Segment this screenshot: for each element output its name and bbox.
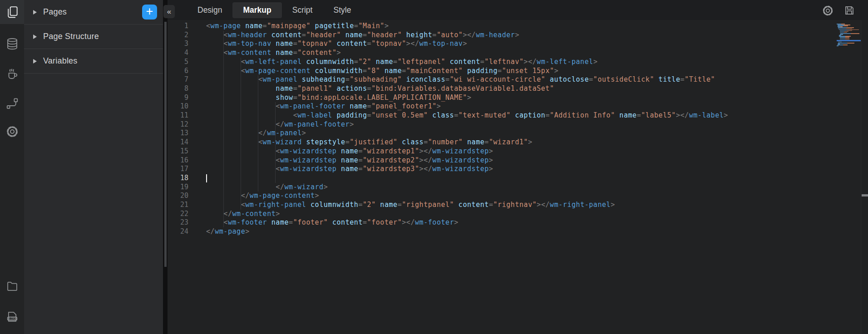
- line-number: 17: [180, 165, 188, 173]
- indent-guide: [258, 75, 258, 192]
- line-number: 12: [180, 120, 188, 128]
- ide-window: LOG Pages + Page Structure Variables « D…: [0, 0, 868, 334]
- gear-icon: [822, 5, 834, 17]
- line-number: 22: [180, 210, 188, 218]
- code-editor[interactable]: <wm-page name="mainpage" pagetitle="Main…: [206, 22, 728, 236]
- tab-style[interactable]: Style: [323, 2, 361, 18]
- line-number: 3: [184, 39, 188, 48]
- minimap[interactable]: [837, 24, 861, 71]
- rail-item-files[interactable]: [0, 274, 24, 298]
- log-badge-label: LOG: [9, 317, 15, 320]
- database-icon: [5, 37, 19, 51]
- section-label: Page Structure: [43, 32, 99, 41]
- line-number: 15: [180, 147, 188, 155]
- folder-icon: [6, 280, 19, 292]
- save-button[interactable]: [843, 4, 856, 17]
- line-number: 16: [180, 156, 188, 164]
- tab-design[interactable]: Design: [187, 2, 232, 18]
- line-number: 11: [180, 111, 188, 119]
- code-line[interactable]: <wm-wizard stepstyle="justified" class="…: [206, 138, 533, 146]
- line-number: 20: [180, 192, 188, 200]
- line-number: 8: [184, 84, 188, 93]
- text-cursor: [206, 174, 207, 182]
- pages-icon: [5, 5, 19, 19]
- rail-item-java-services[interactable]: [0, 62, 24, 86]
- log-file-icon: LOG: [6, 310, 19, 323]
- collapse-sidebar-button[interactable]: «: [163, 5, 175, 18]
- code-line[interactable]: <wm-page-content columnwidth="8" name="m…: [206, 67, 558, 75]
- line-number: 24: [180, 227, 188, 236]
- rail-item-database[interactable]: [0, 32, 24, 56]
- minimap-line: [838, 44, 848, 45]
- indent-guide: [223, 31, 224, 227]
- overview-ruler-border: [861, 20, 861, 334]
- section-label: Variables: [43, 56, 78, 66]
- sidebar-section-pages[interactable]: Pages +: [24, 0, 163, 25]
- line-number: 14: [180, 138, 188, 146]
- sidebar-section-page-structure[interactable]: Page Structure: [24, 25, 163, 49]
- code-line[interactable]: <wm-wizardstep name="wizardstep3"></wm-w…: [206, 165, 493, 173]
- code-line[interactable]: </wm-page>: [206, 227, 250, 236]
- code-line[interactable]: <wm-footer name="footer" content="footer…: [206, 218, 459, 226]
- chevron-right-icon: [33, 10, 37, 15]
- indent-guide: [275, 102, 276, 183]
- line-number: 5: [184, 58, 188, 66]
- code-line[interactable]: <wm-wizardstep name="wizardstep1"></wm-w…: [206, 147, 493, 155]
- rail-item-settings[interactable]: [0, 119, 24, 143]
- code-line[interactable]: <wm-panel subheading="subheading" iconcl…: [206, 75, 715, 84]
- flow-connector-icon: [5, 97, 19, 110]
- code-line[interactable]: <wm-page name="mainpage" pagetitle="Main…: [206, 22, 389, 30]
- rail-item-logs[interactable]: LOG: [0, 305, 24, 329]
- line-number: 19: [180, 183, 188, 191]
- tab-markup[interactable]: Markup: [232, 2, 281, 18]
- code-line[interactable]: <wm-content name="content">: [206, 49, 341, 57]
- indent-guide: [241, 58, 241, 210]
- coffee-cup-icon: [5, 67, 19, 81]
- line-number: 7: [184, 75, 188, 84]
- line-number: 18: [180, 174, 188, 182]
- sidebar: Pages + Page Structure Variables: [24, 0, 163, 334]
- tab-script[interactable]: Script: [282, 2, 323, 18]
- minimap-line: [837, 45, 838, 46]
- line-number: 6: [184, 67, 188, 75]
- code-line[interactable]: <wm-left-panel columnwidth="2" name="lef…: [206, 58, 597, 66]
- line-number: 13: [180, 129, 188, 137]
- line-number: 2: [184, 31, 188, 39]
- section-label: Pages: [43, 7, 67, 17]
- code-line[interactable]: </wm-wizard>: [206, 183, 328, 191]
- overview-ruler-cursor-marker: [862, 194, 868, 196]
- settings-button[interactable]: [821, 4, 834, 17]
- sidebar-section-variables[interactable]: Variables: [24, 49, 163, 74]
- scrollbar-thumb[interactable]: [164, 22, 167, 267]
- chevron-right-icon: [33, 59, 37, 64]
- code-line[interactable]: </wm-panel>: [206, 129, 306, 137]
- chevron-right-icon: [33, 34, 37, 39]
- code-line[interactable]: <wm-right-panel columnwidth="2" name="ri…: [206, 201, 615, 209]
- minimap-line: [838, 43, 854, 44]
- line-number: 21: [180, 201, 188, 209]
- code-line[interactable]: <wm-label padding="unset 0.5em" class="t…: [206, 111, 728, 119]
- editor-tabs: Design Markup Script Style: [187, 2, 361, 18]
- line-number: 4: [184, 49, 188, 57]
- line-number-gutter: 1 2 3 4 5 6 7 8 9 10 11 12 13 14 15 16 1…: [168, 22, 188, 236]
- line-number: 9: [184, 93, 188, 102]
- activity-bar: LOG: [0, 0, 24, 334]
- rail-item-pages[interactable]: [0, 0, 24, 24]
- code-line[interactable]: <wm-top-nav name="topnav" content="topna…: [206, 39, 467, 48]
- line-number: 1: [184, 22, 188, 30]
- minimap-line: [840, 33, 859, 34]
- gear-icon: [5, 125, 19, 138]
- code-line[interactable]: </wm-panel-footer>: [206, 120, 354, 128]
- add-page-button[interactable]: +: [142, 5, 157, 20]
- code-line[interactable]: <wm-header content="header" name="header…: [206, 31, 519, 39]
- code-line[interactable]: show="bind:appLocale.LABEL_APPLICATION_N…: [206, 93, 471, 102]
- code-line[interactable]: <wm-panel-footer name="panel_footer1">: [206, 102, 441, 110]
- line-number: 23: [180, 218, 188, 226]
- save-floppy-icon: [843, 5, 855, 16]
- rail-item-orchestration[interactable]: [0, 91, 24, 115]
- code-line[interactable]: <wm-wizardstep name="wizardstep2"></wm-w…: [206, 156, 493, 164]
- code-line[interactable]: </wm-content>: [206, 210, 280, 218]
- line-number: 10: [180, 102, 188, 110]
